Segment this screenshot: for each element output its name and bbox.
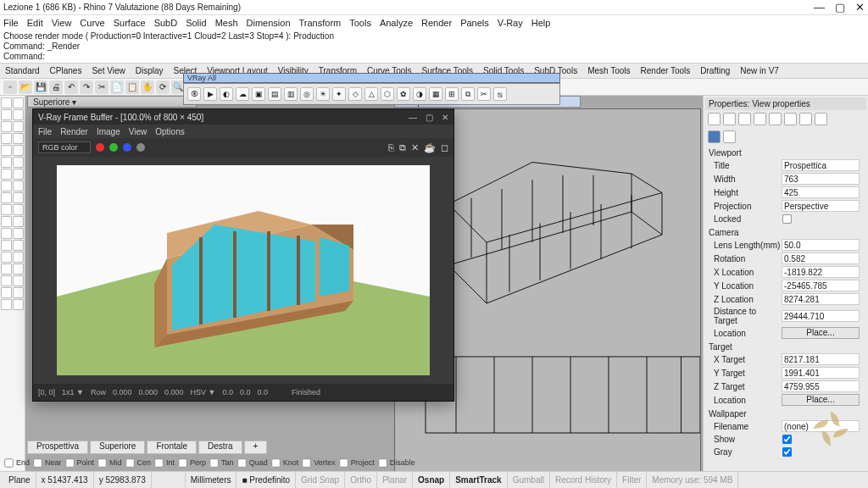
vray-icon[interactable]: ◎: [300, 87, 314, 101]
status-plane[interactable]: Plane: [3, 472, 36, 488]
tool-icon[interactable]: [1, 97, 12, 108]
vfb-zoom[interactable]: 1x1 ▼: [62, 388, 84, 396]
osnap-disable[interactable]: [378, 458, 387, 467]
tool-icon[interactable]: [13, 169, 24, 180]
tool-icon[interactable]: [13, 97, 24, 108]
vray-render-icon[interactable]: ▶: [203, 87, 217, 101]
vray-rt-icon[interactable]: ◐: [220, 87, 233, 101]
vfb-clear-icon[interactable]: ✕: [411, 142, 419, 153]
menu-edit[interactable]: Edit: [27, 18, 43, 28]
vray-asset-icon[interactable]: ⦿: [187, 87, 201, 101]
vray-icon[interactable]: ▥: [284, 87, 298, 101]
tool-icon[interactable]: [13, 145, 24, 156]
tool-icon[interactable]: [13, 240, 24, 251]
osnap-near[interactable]: [33, 458, 42, 467]
vray-icon[interactable]: ✦: [332, 87, 346, 101]
vray-light-icon[interactable]: ☀: [316, 87, 330, 101]
osnap-end[interactable]: [4, 458, 13, 467]
status-layer[interactable]: ■ Predefinito: [236, 472, 296, 488]
new-icon[interactable]: ▫: [3, 80, 17, 94]
vfb-mono-icon[interactable]: [136, 143, 145, 152]
command-input[interactable]: [47, 52, 302, 61]
vray-icon[interactable]: ✿: [397, 87, 410, 101]
props-tab-icon[interactable]: [799, 113, 812, 125]
vfb-menu-image[interactable]: Image: [97, 127, 120, 136]
menu-help[interactable]: Help: [531, 18, 551, 28]
props-tab-icon[interactable]: [815, 113, 827, 125]
tab-newv7[interactable]: New in V7: [740, 66, 779, 75]
status-filter[interactable]: Filter: [617, 472, 647, 488]
tool-icon[interactable]: [1, 287, 12, 298]
status-smarttrack[interactable]: SmartTrack: [450, 472, 507, 488]
status-gridsnap[interactable]: Grid Snap: [296, 472, 345, 488]
tool-icon[interactable]: [1, 169, 12, 180]
redo-icon[interactable]: ↷: [80, 80, 93, 94]
vp-width-field[interactable]: 763: [782, 173, 860, 185]
menu-surface[interactable]: Surface: [114, 18, 146, 28]
menu-subd[interactable]: SubD: [154, 18, 178, 28]
cam-place-button[interactable]: Place...: [782, 327, 860, 339]
vray-icon[interactable]: ⧅: [493, 87, 507, 101]
print-icon[interactable]: 🖨: [49, 80, 63, 94]
vray-icon[interactable]: ✂: [477, 87, 491, 101]
cut-icon[interactable]: ✂: [95, 80, 108, 94]
tool-icon[interactable]: [13, 299, 24, 310]
vfb-g-icon[interactable]: [109, 143, 118, 152]
tool-icon[interactable]: [1, 275, 12, 286]
vp-proj-select[interactable]: Perspective: [782, 200, 860, 212]
status-osnap[interactable]: Osnap: [413, 472, 450, 488]
vray-toolbar-title[interactable]: VRay All: [183, 73, 560, 83]
status-gumball[interactable]: Gumball: [508, 472, 550, 488]
vp-title-field[interactable]: Prospettica: [782, 159, 860, 171]
menu-render[interactable]: Render: [421, 18, 452, 28]
osnap-quad[interactable]: [237, 458, 246, 467]
vfb-render-icon[interactable]: ☕: [424, 142, 436, 153]
props-tab-icon[interactable]: [708, 113, 721, 125]
menu-vray[interactable]: V-Ray: [498, 18, 523, 28]
vfb-menu-options[interactable]: Options: [155, 127, 184, 136]
tool-icon[interactable]: [13, 121, 24, 132]
rotate-icon[interactable]: ⟳: [156, 80, 170, 94]
props-tab-icon[interactable]: [723, 130, 736, 143]
status-units[interactable]: Millimeters: [186, 472, 237, 488]
vfb-close-icon[interactable]: ✕: [442, 113, 448, 122]
vfb-menu-file[interactable]: File: [38, 127, 52, 136]
open-icon[interactable]: 📂: [19, 80, 32, 94]
tool-icon[interactable]: [1, 240, 12, 251]
tgt-place-button[interactable]: Place...: [782, 394, 860, 406]
tool-icon[interactable]: [1, 204, 12, 215]
tool-icon[interactable]: [13, 133, 24, 144]
tgt-x-field[interactable]: 8217.181: [782, 353, 860, 365]
vray-icon[interactable]: ⧉: [461, 87, 475, 101]
tool-icon[interactable]: [1, 299, 12, 310]
osnap-mid[interactable]: [97, 458, 106, 467]
vray-icon[interactable]: ▦: [429, 87, 442, 101]
tool-icon[interactable]: [1, 133, 12, 144]
vfb-save-icon[interactable]: ⎘: [388, 142, 394, 152]
camera-props-icon[interactable]: [708, 130, 721, 143]
vray-icon[interactable]: ▤: [268, 87, 281, 101]
pan-icon[interactable]: ✋: [141, 80, 154, 94]
btab-frontale[interactable]: Frontale: [147, 441, 197, 454]
vfb-min-icon[interactable]: —: [409, 113, 417, 122]
undo-icon[interactable]: ↶: [64, 80, 78, 94]
props-tab-icon[interactable]: [769, 113, 782, 125]
minimize-icon[interactable]: —: [814, 1, 825, 14]
tool-icon[interactable]: [1, 228, 12, 239]
tool-icon[interactable]: [1, 157, 12, 168]
viewport-tab-superiore[interactable]: Superiore ▾: [27, 96, 197, 108]
vray-icon[interactable]: ⬡: [381, 87, 394, 101]
tool-icon[interactable]: [13, 192, 24, 203]
btab-add[interactable]: +: [244, 441, 268, 454]
osnap-project[interactable]: [339, 458, 348, 467]
vray-cloud-icon[interactable]: ☁: [236, 87, 249, 101]
status-planar[interactable]: Planar: [377, 472, 413, 488]
tool-icon[interactable]: [1, 192, 12, 203]
tool-icon[interactable]: [1, 121, 12, 132]
vp-locked-check[interactable]: [782, 214, 792, 224]
tab-standard[interactable]: Standard: [5, 66, 40, 75]
vray-vfb-icon[interactable]: ▣: [252, 87, 265, 101]
menu-mesh[interactable]: Mesh: [215, 18, 238, 28]
menu-tools[interactable]: Tools: [349, 18, 371, 28]
tgt-z-field[interactable]: 4759.955: [782, 380, 860, 392]
